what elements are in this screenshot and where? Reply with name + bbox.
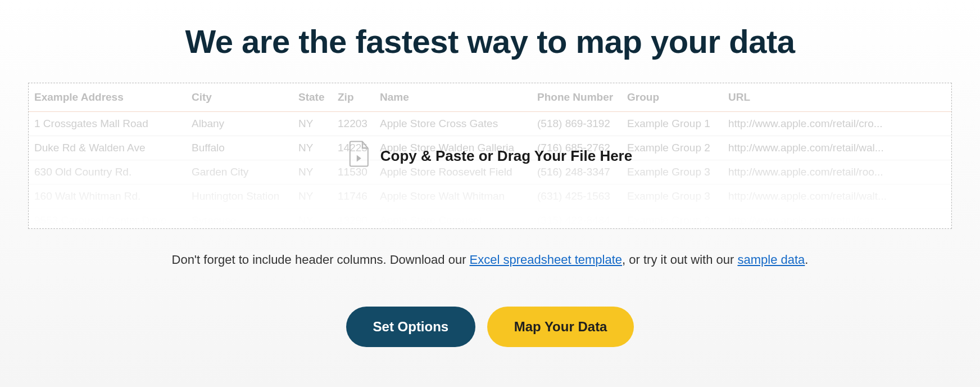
example-table-wrap: Example Address City State Zip Name Phon… xyxy=(29,83,951,228)
table-cell: NY xyxy=(293,184,332,209)
hint-prefix: Don't forget to include header columns. … xyxy=(172,253,470,267)
table-cell: (315) 422-8484 xyxy=(532,209,621,229)
table-cell: Garden City xyxy=(186,160,293,184)
table-cell: Albany xyxy=(186,112,293,136)
table-cell: (631) 425-1563 xyxy=(532,184,621,209)
th-state: State xyxy=(293,83,332,112)
table-cell: Apple Store Cross Gates xyxy=(374,112,532,136)
table-cell: Huntington Station xyxy=(186,184,293,209)
sample-data-link[interactable]: sample data xyxy=(737,253,805,267)
table-cell: Apple Store Walden Galleria xyxy=(374,136,532,160)
table-row: 160 Walt Whitman Rd.Huntington StationNY… xyxy=(29,184,951,209)
excel-template-link[interactable]: Excel spreadsheet template xyxy=(470,253,623,267)
table-cell: http://www.apple.com/retail/wal... xyxy=(723,136,951,160)
table-cell: (516) 248-3347 xyxy=(532,160,621,184)
table-cell: http://www.apple.com/retail/roo... xyxy=(723,160,951,184)
th-name: Name xyxy=(374,83,532,112)
table-cell: NY xyxy=(293,160,332,184)
table-header-row: Example Address City State Zip Name Phon… xyxy=(29,83,951,112)
table-cell: 13290 xyxy=(332,209,374,229)
table-cell: NY xyxy=(293,209,332,229)
hint-suffix: . xyxy=(805,253,808,267)
set-options-button[interactable]: Set Options xyxy=(346,307,476,347)
table-cell: NY xyxy=(293,136,332,160)
table-cell: 14225 xyxy=(332,136,374,160)
table-cell: http://www.apple.com/retail/walt... xyxy=(723,184,951,209)
example-table: Example Address City State Zip Name Phon… xyxy=(29,83,951,228)
table-row: 1 Crossgates Mall RoadAlbanyNY12203Apple… xyxy=(29,112,951,136)
table-row: Duke Rd & Walden AveBuffaloNY14225Apple … xyxy=(29,136,951,160)
table-cell: Apple Store Roosevelt Field xyxy=(374,160,532,184)
table-cell: 9553 Carousel Center Drive xyxy=(29,209,186,229)
table-cell: Syracuse xyxy=(186,209,293,229)
th-group: Group xyxy=(621,83,723,112)
table-row: 630 Old Country Rd.Garden CityNY11530App… xyxy=(29,160,951,184)
table-cell: 11746 xyxy=(332,184,374,209)
hint-text: Don't forget to include header columns. … xyxy=(28,253,952,267)
table-cell: 12203 xyxy=(332,112,374,136)
table-cell: 630 Old Country Rd. xyxy=(29,160,186,184)
table-cell: Apple Store Walt Whitman xyxy=(374,184,532,209)
table-cell: 160 Walt Whitman Rd. xyxy=(29,184,186,209)
table-cell: (518) 869-3192 xyxy=(532,112,621,136)
table-cell: Example Group 3 xyxy=(621,184,723,209)
button-row: Set Options Map Your Data xyxy=(28,307,952,347)
th-city: City xyxy=(186,83,293,112)
table-cell: Example Group 1 xyxy=(621,112,723,136)
table-cell: NY xyxy=(293,112,332,136)
th-address: Example Address xyxy=(29,83,186,112)
th-phone: Phone Number xyxy=(532,83,621,112)
table-cell: Duke Rd & Walden Ave xyxy=(29,136,186,160)
table-cell: http://www.apple.com/retail/car... xyxy=(723,209,951,229)
table-cell: 11530 xyxy=(332,160,374,184)
map-your-data-button[interactable]: Map Your Data xyxy=(487,307,634,347)
table-cell: 1 Crossgates Mall Road xyxy=(29,112,186,136)
page-headline: We are the fastest way to map your data xyxy=(28,22,952,60)
data-dropzone[interactable]: Example Address City State Zip Name Phon… xyxy=(28,83,952,229)
table-cell: Example Group 2 xyxy=(621,209,723,229)
table-cell: http://www.apple.com/retail/cro... xyxy=(723,112,951,136)
table-cell: Example Group 2 xyxy=(621,136,723,160)
th-url: URL xyxy=(723,83,951,112)
table-cell: (716) 685-2762 xyxy=(532,136,621,160)
table-cell: Example Group 3 xyxy=(621,160,723,184)
table-row: 9553 Carousel Center DriveSyracuseNY1329… xyxy=(29,209,951,229)
th-zip: Zip xyxy=(332,83,374,112)
hint-mid: , or try it out with our xyxy=(622,253,737,267)
table-cell: Apple Store Carousel xyxy=(374,209,532,229)
table-cell: Buffalo xyxy=(186,136,293,160)
